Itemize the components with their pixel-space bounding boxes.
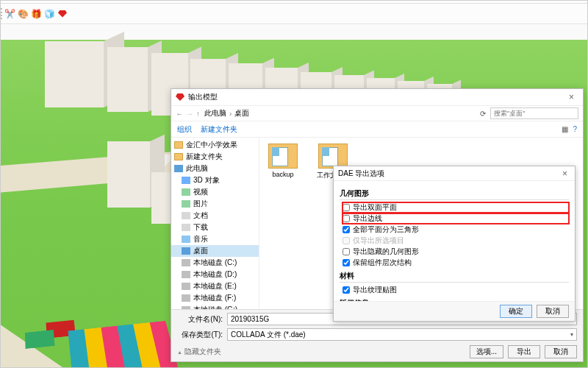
pic-icon: [182, 188, 190, 196]
option-label: 导出隐藏的几何图形: [353, 247, 419, 257]
option-checkbox[interactable]: 导出隐藏的几何图形: [343, 247, 569, 257]
tree-item-label: 3D 对象: [193, 175, 220, 185]
option-checkbox[interactable]: 导出纹理贴图: [343, 285, 569, 295]
tree-item-label: 本地磁盘 (D:): [193, 269, 237, 280]
export-button[interactable]: 导出: [508, 345, 540, 358]
refresh-icon[interactable]: ⟳: [480, 110, 486, 118]
option-label: 导出双面平面: [353, 202, 397, 213]
folder-icon: [174, 141, 183, 149]
tree-item[interactable]: 新建文件夹: [171, 151, 259, 163]
tree-item-label: 本地磁盘 (C:): [193, 258, 237, 268]
tree-item[interactable]: 图片: [171, 198, 259, 210]
tree-item[interactable]: 此电脑: [171, 163, 259, 174]
option-checkbox[interactable]: 导出边线: [343, 213, 569, 224]
swatch-icon[interactable]: 🧊: [43, 8, 55, 20]
tree-item[interactable]: 视频: [171, 186, 259, 198]
tree-item-label: 音乐: [193, 234, 208, 244]
option-checkbox[interactable]: 全部平面分为三角形: [343, 224, 569, 235]
drive-icon: [182, 283, 190, 290]
filename-label: 文件名(N):: [177, 314, 223, 325]
option-label: 仅导出所选项目: [353, 236, 404, 246]
drive-icon: [182, 271, 190, 278]
tree-item[interactable]: 本地磁盘 (D:): [171, 269, 259, 280]
address-bar: ← → ↑ 此电脑 桌面 ⟳: [171, 105, 583, 121]
drive-icon: [182, 294, 190, 302]
checkbox-input[interactable]: [343, 248, 350, 255]
app-icon: [176, 93, 184, 101]
section-heading: 几何图形: [340, 188, 569, 200]
cancel-button[interactable]: 取消: [545, 345, 577, 358]
tree-item[interactable]: 3D 对象: [171, 174, 259, 186]
options-cancel-button[interactable]: 取消: [537, 305, 569, 318]
tree-item[interactable]: 桌面: [171, 245, 259, 257]
drive-icon: [182, 259, 190, 266]
search-input[interactable]: [490, 107, 578, 119]
close-icon[interactable]: ×: [564, 92, 578, 102]
gift-icon[interactable]: 🎁: [30, 8, 42, 20]
breadcrumb-part[interactable]: 桌面: [234, 108, 249, 118]
pc-icon: [174, 165, 183, 172]
ruby-icon[interactable]: [57, 8, 68, 20]
options-button[interactable]: 选项...: [470, 345, 503, 358]
toolbar: ✂️ 🎨 🎁 🧊: [1, 4, 587, 24]
checkbox-input[interactable]: [343, 215, 350, 222]
tree-item[interactable]: 音乐: [171, 233, 259, 245]
new-folder-button[interactable]: 新建文件夹: [201, 124, 237, 135]
savetype-select[interactable]: COLLADA 文件 (*.dae): [227, 328, 577, 341]
help-icon[interactable]: ?: [573, 125, 577, 133]
option-label: 全部平面分为三角形: [353, 224, 419, 235]
tree-item[interactable]: 本地磁盘 (C:): [171, 257, 259, 269]
tree-item[interactable]: 金汇中小学效果: [171, 139, 259, 151]
file-item[interactable]: backup: [265, 144, 301, 178]
tree-item-label: 本地磁盘 (E:): [193, 281, 237, 291]
pic-icon: [182, 200, 190, 208]
checkbox-input[interactable]: [343, 259, 350, 266]
tree-item-label: 金汇中小学效果: [186, 140, 237, 150]
tree-item-label: 下载: [193, 222, 208, 233]
tree-item-label: 视频: [193, 187, 208, 197]
ok-button[interactable]: 确定: [500, 305, 532, 318]
folder-icon: [174, 153, 183, 160]
tree-item-label: 新建文件夹: [186, 152, 223, 162]
checkbox-input[interactable]: [343, 286, 350, 294]
tree-item-label: 图片: [193, 199, 208, 209]
tree-item-label: 文档: [193, 210, 208, 221]
tree-item[interactable]: 文档: [171, 210, 259, 222]
close-icon[interactable]: ×: [559, 169, 570, 179]
paint-icon[interactable]: 🎨: [17, 8, 29, 20]
dl-icon: [182, 224, 190, 231]
back-icon[interactable]: ←: [176, 110, 183, 118]
tree-item[interactable]: 本地磁盘 (E:): [171, 280, 259, 292]
breadcrumb-part[interactable]: 此电脑: [204, 108, 226, 118]
section-heading: 材料: [340, 271, 569, 283]
dialog-titlebar: 输出模型 ×: [171, 89, 583, 105]
file-label: backup: [265, 171, 301, 178]
breadcrumb[interactable]: 此电脑 桌面: [204, 108, 476, 118]
tree-item[interactable]: 本地磁盘 (F:): [171, 292, 259, 304]
tree-item-label: 此电脑: [186, 163, 208, 174]
options-title: DAE 导出选项: [338, 169, 384, 179]
organize-button[interactable]: 组织: [177, 124, 192, 135]
scissors-icon[interactable]: ✂️: [4, 8, 15, 20]
option-checkbox: 仅导出所选项目: [343, 236, 569, 246]
option-checkbox[interactable]: 保留组件层次结构: [343, 258, 569, 268]
folder-tree[interactable]: 金汇中小学效果新建文件夹此电脑3D 对象视频图片文档下载音乐桌面本地磁盘 (C:…: [171, 138, 259, 309]
checkbox-input[interactable]: [343, 226, 350, 233]
desk-icon: [182, 247, 190, 255]
view-icon[interactable]: ▦: [562, 125, 568, 133]
toolbar-row: 组织 新建文件夹 ▦ ?: [171, 121, 583, 138]
dae-options-dialog: DAE 导出选项 × 几何图形导出双面平面导出边线全部平面分为三角形仅导出所选项…: [333, 166, 576, 322]
checkbox-input: [343, 237, 350, 244]
tree-item[interactable]: 本地磁盘 (G:): [171, 304, 259, 309]
forward-icon[interactable]: →: [186, 110, 193, 118]
up-icon[interactable]: ↑: [196, 110, 200, 118]
dialog-title: 输出模型: [188, 92, 218, 102]
mus-icon: [182, 236, 190, 243]
folder-icon: [268, 144, 298, 169]
tree-item[interactable]: 下载: [171, 222, 259, 233]
option-checkbox[interactable]: 导出双面平面: [343, 202, 569, 213]
cube-icon: [182, 177, 190, 184]
hide-folders-toggle[interactable]: 隐藏文件夹: [177, 347, 221, 357]
checkbox-input[interactable]: [343, 204, 350, 211]
tree-item-label: 桌面: [193, 246, 208, 256]
